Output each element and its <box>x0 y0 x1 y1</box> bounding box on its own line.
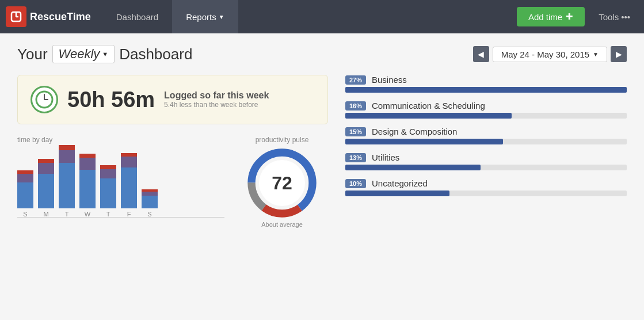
add-time-icon: ✚ <box>566 12 573 22</box>
date-range-display[interactable]: May 24 - May 30, 2015 ▼ <box>493 47 607 62</box>
bar-stack <box>59 145 75 208</box>
category-bar-fill <box>345 191 449 196</box>
bar-blue <box>142 196 158 208</box>
right-panel: 27%Business16%Communication & Scheduling… <box>345 75 627 229</box>
time-by-day-label: time by day <box>17 136 224 144</box>
bar-group: S <box>17 170 33 218</box>
total-time: 50h 56m <box>67 87 155 112</box>
category-name: Communication & Scheduling <box>372 101 485 111</box>
bar-stack <box>79 154 96 208</box>
category-header: 15%Design & Composition <box>345 127 627 136</box>
nav-reports[interactable]: Reports ▼ <box>172 0 238 33</box>
category-bar-bg <box>345 113 627 119</box>
weekly-label: Weekly <box>59 47 100 62</box>
time-sub-label: 5.4h less than the week before <box>164 101 269 109</box>
bar-purple <box>17 174 33 182</box>
bar-blue <box>38 174 54 208</box>
category-item: 16%Communication & Scheduling <box>345 101 627 119</box>
tools-label: Tools <box>599 12 619 22</box>
main-content: Your Weekly ▼ Dashboard ◀ May 24 - May 3… <box>0 33 644 241</box>
logged-label: Logged so far this week <box>164 90 269 101</box>
tools-dots: ••• <box>621 12 630 22</box>
bar-red <box>100 165 116 169</box>
logo: RescueTime <box>6 6 91 27</box>
dashboard-header: Your Weekly ▼ Dashboard ◀ May 24 - May 3… <box>17 45 627 63</box>
category-pct: 13% <box>345 153 366 162</box>
productivity-pulse-label: productivity pulse <box>236 136 328 144</box>
clock-icon <box>31 86 58 113</box>
bar-stack <box>100 165 116 208</box>
dashboard-label: Dashboard <box>119 45 192 63</box>
bar-blue <box>100 178 116 208</box>
add-time-label: Add time <box>528 12 562 22</box>
category-name: Uncategorized <box>372 178 428 188</box>
category-header: 13%Utilities <box>345 153 627 162</box>
pulse-value: 72 <box>272 173 292 194</box>
donut-section: productivity pulse <box>236 136 328 229</box>
left-panel: 50h 56m Logged so far this week 5.4h les… <box>17 75 328 229</box>
category-bar-bg <box>345 139 627 144</box>
tools-menu[interactable]: Tools ••• <box>590 7 638 26</box>
date-range-chevron: ▼ <box>593 51 599 58</box>
category-bar-fill <box>345 113 512 119</box>
bar-blue <box>79 170 96 208</box>
add-time-button[interactable]: Add time ✚ <box>517 7 585 26</box>
category-item: 10%Uncategorized <box>345 178 627 196</box>
navbar: RescueTime Dashboard Reports ▼ Add time … <box>0 0 644 33</box>
bar-blue <box>17 182 33 208</box>
date-navigation: ◀ May 24 - May 30, 2015 ▼ ▶ <box>473 46 627 62</box>
logo-text: RescueTime <box>30 11 91 23</box>
bar-red <box>59 145 75 150</box>
summary-box: 50h 56m Logged so far this week 5.4h les… <box>17 75 328 124</box>
bar-group: F <box>121 153 137 218</box>
category-header: 10%Uncategorized <box>345 178 627 188</box>
donut-chart: 72 <box>247 148 317 218</box>
bar-chart-container: SMTWTFS <box>17 148 224 229</box>
category-name: Utilities <box>372 153 399 162</box>
bar-blue <box>121 167 137 208</box>
category-bar-fill <box>345 139 503 144</box>
category-item: 13%Utilities <box>345 153 627 170</box>
bar-chart: SMTWTFS <box>17 148 224 229</box>
bar-purple <box>121 157 137 167</box>
category-item: 15%Design & Composition <box>345 127 627 144</box>
category-bar-fill <box>345 87 627 93</box>
category-pct: 15% <box>345 127 366 136</box>
weekly-selector[interactable]: Weekly ▼ <box>52 45 115 63</box>
bar-group: M <box>38 159 54 218</box>
baseline-line <box>17 217 224 218</box>
category-item: 27%Business <box>345 75 627 93</box>
category-pct: 10% <box>345 179 366 188</box>
bar-group: T <box>59 145 75 218</box>
bar-red <box>79 154 96 158</box>
bar-chart-section: time by day SMTWTFS <box>17 136 224 229</box>
your-label: Your <box>17 45 48 63</box>
bar-group: T <box>100 165 116 218</box>
bar-group: S <box>142 189 158 218</box>
reports-chevron: ▼ <box>219 14 224 20</box>
bar-purple <box>79 158 96 170</box>
dashboard-title: Your Weekly ▼ Dashboard <box>17 45 192 63</box>
nav-dashboard[interactable]: Dashboard <box>102 0 172 33</box>
category-bar-fill <box>345 165 481 170</box>
bar-red <box>38 159 54 163</box>
content-grid: 50h 56m Logged so far this week 5.4h les… <box>17 75 627 229</box>
time-meta: Logged so far this week 5.4h less than t… <box>164 90 269 109</box>
next-date-button[interactable]: ▶ <box>611 46 627 62</box>
bar-purple <box>38 163 54 174</box>
category-bar-bg <box>345 87 627 93</box>
category-name: Business <box>372 75 407 85</box>
bar-purple <box>59 150 75 163</box>
category-bar-bg <box>345 191 627 196</box>
bar-stack <box>142 189 158 208</box>
bar-stack <box>17 170 33 208</box>
bar-stack <box>38 159 54 208</box>
charts-row: time by day SMTWTFS productivity pulse <box>17 136 328 229</box>
bar-group: W <box>79 154 96 218</box>
category-pct: 16% <box>345 101 366 111</box>
nav-reports-label: Reports <box>186 12 216 22</box>
category-bar-bg <box>345 165 627 170</box>
prev-date-button[interactable]: ◀ <box>473 46 489 62</box>
logo-icon <box>6 6 26 27</box>
bar-purple <box>100 169 116 178</box>
